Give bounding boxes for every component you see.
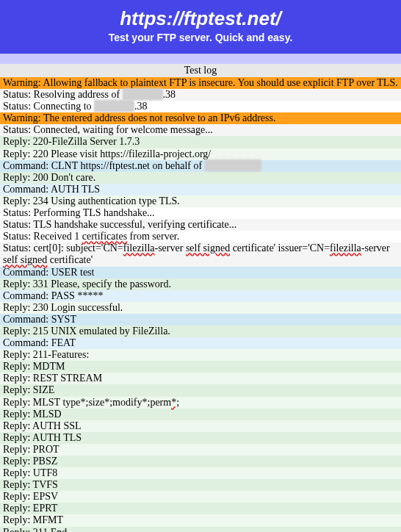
log-row-warning: Warning: The entered address does not re… [0, 112, 401, 124]
log-text: Status: Resolving address of [3, 89, 123, 100]
log-row-reply: Reply: EPRT [0, 503, 401, 514]
log-row-reply: Reply: 230 Login successful. [0, 302, 401, 314]
log-text: .38 [134, 101, 148, 112]
log-row-reply: Reply: MDTM [0, 361, 401, 373]
spacer [0, 54, 401, 64]
log-row-status: Status: Connected, waiting for welcome m… [0, 124, 401, 136]
log-text: Reply: MLST type*;size*;modify*;perm [3, 397, 171, 408]
spellcheck-text: self signed [3, 254, 47, 265]
page-subtitle: Test your FTP server. Quick and easy. [0, 32, 401, 43]
log-row-reply: Reply: 211-Features: [0, 349, 401, 361]
spellcheck-text: filezilla [330, 242, 361, 254]
log-text: Command: CLNT https://ftptest.net on beh… [3, 160, 205, 171]
log-text: Status: cert[0]: subject='CN= [3, 242, 123, 254]
log-row-reply: Reply: UTF8 [0, 467, 401, 479]
log-text: certificate' issuer='CN= [230, 242, 330, 254]
log-row-status: Status: TLS handshake successful, verify… [0, 219, 401, 231]
spellcheck-text: self signed [186, 242, 230, 254]
log-row-command: Command: FEAT [0, 337, 401, 349]
redacted-text: ▉▉▉▉▉ [123, 89, 163, 100]
log-row-command: Command: PASS ***** [0, 290, 401, 302]
log-row-reply: Reply: 220-FileZilla Server 1.7.3 [0, 136, 401, 148]
log-row-command: Command: SYST [0, 314, 401, 326]
log-text: Status: Received 1 [3, 231, 82, 242]
log-text: .38 [163, 89, 176, 100]
log-row-reply: Reply: 200 Don't care. [0, 172, 401, 184]
log-row-command: Command: USER test [0, 267, 401, 278]
log-row-reply: Reply: TVFS [0, 479, 401, 491]
log-row-reply: Reply: EPSV [0, 491, 401, 503]
redacted-text: ▉▉▉▉▉ [94, 101, 134, 112]
log-row-reply: Reply: 234 Using authentication type TLS… [0, 195, 401, 207]
log-row-reply: Reply: SIZE [0, 384, 401, 396]
log-row-reply: Reply: MFMT [0, 514, 401, 526]
log-row-command: Command: AUTH TLS [0, 184, 401, 195]
page-title[interactable]: https://ftptest.net/ [0, 7, 401, 30]
spellcheck-text: *; [171, 397, 179, 408]
spellcheck-text: certificates [82, 231, 127, 242]
log-row-reply: Reply: REST STREAM [0, 373, 401, 384]
page-header: https://ftptest.net/ Test your FTP serve… [0, 0, 401, 54]
log-text: -server [361, 242, 390, 254]
log-row-reply: Reply: AUTH SSL [0, 420, 401, 432]
log-row-reply: Reply: MLST type*;size*;modify*;perm*; [0, 397, 401, 409]
log-row-reply: Reply: 211 End [0, 527, 401, 532]
log-header: Test log [0, 64, 401, 77]
log-row-reply: Reply: 215 UNIX emulated by FileZilla. [0, 326, 401, 337]
log-row-status: Status: Connecting to ▉▉▉▉▉.38 [0, 101, 401, 112]
log-text: certificate' [47, 254, 93, 265]
log-row-reply: Reply: MLSD [0, 409, 401, 420]
log-row-reply: Reply: 220 Please visit https://filezill… [0, 148, 401, 160]
log-row-status: Status: Resolving address of ▉▉▉▉▉.38 [0, 89, 401, 101]
log-text: -server [155, 242, 186, 254]
log-row-reply: Reply: PROT [0, 444, 401, 456]
log-text: Status: Connecting to [3, 101, 94, 112]
spellcheck-text: filezilla [123, 242, 155, 254]
redacted-text: ▉▉▉▉▉▉▉ [205, 160, 261, 171]
log-row-warning: Warning: Allowing fallback to plaintext … [0, 77, 401, 89]
log-row-reply: Reply: 331 Please, specify the password. [0, 278, 401, 290]
log-row-reply: Reply: PBSZ [0, 456, 401, 467]
log-row-command: Command: CLNT https://ftptest.net on beh… [0, 160, 401, 172]
log-body: Warning: Allowing fallback to plaintext … [0, 77, 401, 532]
log-row-reply: Reply: AUTH TLS [0, 432, 401, 444]
log-row-status: Status: Performing TLS handshake... [0, 207, 401, 219]
log-text: from server. [127, 231, 179, 242]
log-row-status: Status: Received 1 certificates from ser… [0, 231, 401, 242]
log-row-status: Status: cert[0]: subject='CN=filezilla-s… [0, 242, 401, 266]
